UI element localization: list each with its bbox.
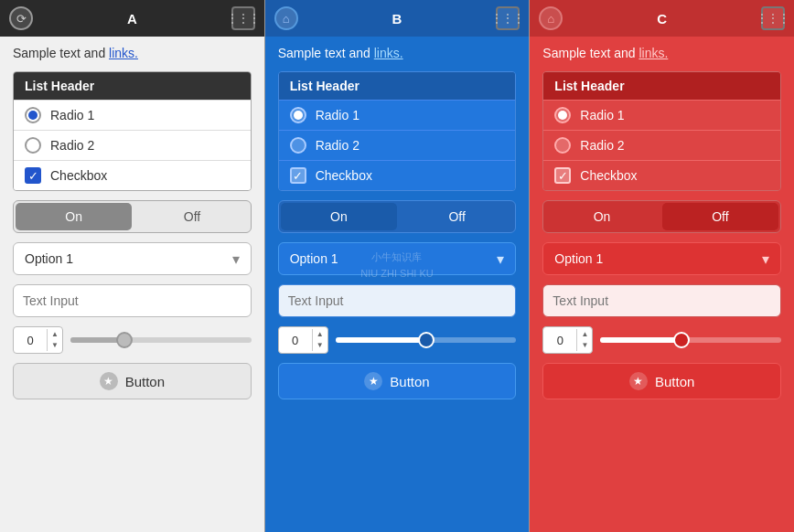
stepper-arrows: ▲▼ [47, 329, 62, 350]
slider-row: 0▲▼ [13, 326, 252, 354]
toggle-group: OnOff [542, 200, 781, 233]
panel-b: ⌂B⋮⋮⋮Sample text and links.List HeaderRa… [265, 0, 531, 532]
dropdown[interactable]: Option 1▾ [542, 242, 781, 275]
stepper-value: 0 [543, 334, 576, 347]
dropdown-value: Option 1 [25, 251, 73, 266]
stepper-down-arrow[interactable]: ▼ [48, 340, 62, 351]
refresh-icon[interactable]: ⟳ [9, 6, 33, 30]
list-item[interactable]: Radio 1 [279, 100, 516, 130]
number-stepper[interactable]: 0▲▼ [542, 326, 593, 354]
list-item[interactable]: ✓Checkbox [279, 160, 516, 190]
list-item[interactable]: ✓Checkbox [543, 160, 780, 190]
radio-inner [558, 111, 567, 120]
stepper-up-arrow[interactable]: ▲ [577, 329, 592, 340]
list-item[interactable]: Radio 2 [543, 130, 780, 160]
checkbox[interactable]: ✓ [554, 167, 571, 184]
slider-track[interactable] [336, 337, 517, 343]
list-container: List HeaderRadio 1Radio 2✓Checkbox [13, 71, 252, 191]
button-label: Button [125, 374, 165, 389]
toggle-on-button[interactable]: On [16, 203, 132, 230]
grid-icon[interactable]: ⋮⋮⋮ [761, 6, 785, 30]
list-header: List Header [14, 72, 251, 100]
radio-inner [294, 111, 303, 120]
checkbox[interactable]: ✓ [290, 167, 306, 184]
stepper-down-arrow[interactable]: ▼ [577, 340, 592, 351]
list-item[interactable]: Radio 2 [279, 130, 516, 160]
list-item[interactable]: Radio 1 [543, 100, 780, 130]
stepper-value: 0 [14, 334, 47, 347]
list-container: List HeaderRadio 1Radio 2✓Checkbox [278, 71, 517, 191]
chevron-down-icon: ▾ [762, 250, 769, 268]
text-input[interactable] [13, 284, 252, 317]
star-icon: ★ [364, 372, 382, 390]
stepper-up-arrow[interactable]: ▲ [48, 329, 62, 340]
radio-button[interactable] [554, 137, 571, 154]
dropdown[interactable]: Option 1▾ [278, 242, 517, 275]
slider-row: 0▲▼ [542, 326, 781, 354]
grid-icon[interactable]: ⋮⋮⋮ [496, 6, 520, 30]
radio-inner [28, 111, 38, 120]
panel-c: ⌂C⋮⋮⋮Sample text and links.List HeaderRa… [530, 0, 794, 532]
chevron-down-icon: ▾ [232, 250, 240, 268]
action-button[interactable]: ★Button [542, 363, 781, 399]
list-item[interactable]: Radio 1 [14, 100, 251, 130]
slider-row: 0▲▼ [278, 326, 517, 354]
number-stepper[interactable]: 0▲▼ [13, 326, 63, 354]
radio-button[interactable] [290, 107, 306, 123]
stepper-down-arrow[interactable]: ▼ [313, 340, 327, 351]
chevron-down-icon: ▾ [497, 250, 504, 268]
list-item-label: Radio 2 [50, 138, 94, 153]
title-bar-c: ⌂C⋮⋮⋮ [530, 0, 794, 37]
list-header: List Header [543, 72, 780, 100]
slider-track[interactable] [600, 337, 781, 343]
list-item-label: Checkbox [316, 168, 372, 183]
slider-thumb[interactable] [673, 332, 690, 348]
action-button[interactable]: ★Button [13, 363, 252, 399]
slider-thumb[interactable] [116, 332, 133, 348]
list-item-label: Radio 1 [580, 108, 624, 122]
sample-link[interactable]: links. [109, 46, 138, 60]
panel-content: Sample text and links.List HeaderRadio 1… [530, 37, 794, 532]
star-icon: ★ [629, 372, 648, 390]
radio-button[interactable] [290, 137, 306, 154]
dropdown-value: Option 1 [554, 251, 603, 266]
radio-button[interactable] [25, 137, 41, 154]
stepper-value: 0 [279, 334, 312, 347]
list-item[interactable]: ✓Checkbox [14, 160, 251, 190]
action-button[interactable]: ★Button [278, 363, 517, 399]
sample-text: Sample text and links. [278, 46, 517, 60]
stepper-arrows: ▲▼ [576, 329, 592, 350]
toggle-off-button[interactable]: Off [399, 201, 515, 232]
home-icon[interactable]: ⌂ [539, 6, 563, 30]
panel-title: A [33, 11, 231, 27]
toggle-group: OnOff [278, 200, 517, 233]
title-bar-b: ⌂B⋮⋮⋮ [265, 0, 530, 37]
list-item[interactable]: Radio 2 [14, 130, 251, 160]
checkbox[interactable]: ✓ [25, 167, 41, 184]
stepper-up-arrow[interactable]: ▲ [313, 329, 327, 340]
text-input[interactable] [278, 284, 517, 317]
sample-link[interactable]: links. [638, 46, 668, 60]
slider-track[interactable] [70, 337, 252, 343]
radio-button[interactable] [554, 107, 571, 123]
toggle-off-button[interactable]: Off [134, 201, 250, 232]
toggle-off-button[interactable]: Off [662, 203, 778, 230]
slider-thumb[interactable] [418, 332, 435, 348]
panel-content: Sample text and links.List HeaderRadio 1… [265, 37, 530, 532]
list-header: List Header [279, 72, 516, 100]
radio-button[interactable] [25, 107, 41, 123]
list-item-label: Radio 1 [50, 108, 94, 122]
number-stepper[interactable]: 0▲▼ [278, 326, 328, 354]
sample-link[interactable]: links. [374, 46, 403, 60]
toggle-on-button[interactable]: On [543, 201, 660, 232]
star-icon: ★ [100, 372, 118, 390]
toggle-on-button[interactable]: On [281, 203, 397, 230]
list-container: List HeaderRadio 1Radio 2✓Checkbox [542, 71, 781, 191]
grid-icon[interactable]: ⋮⋮⋮ [231, 6, 255, 30]
sample-text: Sample text and links. [542, 46, 781, 60]
list-item-label: Checkbox [580, 168, 637, 183]
panel-title: B [298, 11, 497, 27]
home-icon[interactable]: ⌂ [274, 6, 298, 30]
text-input[interactable] [542, 284, 781, 317]
dropdown[interactable]: Option 1▾ [13, 242, 252, 275]
